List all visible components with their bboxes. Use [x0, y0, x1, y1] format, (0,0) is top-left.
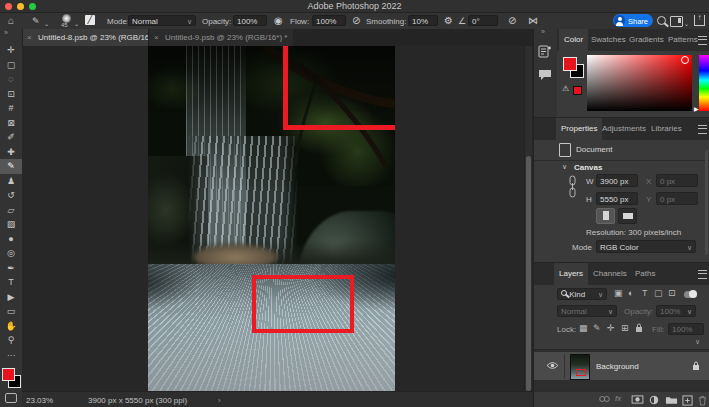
gradient-tool[interactable]: ▨ — [0, 217, 22, 232]
color-mode-select[interactable]: RGB Color∨ — [596, 240, 696, 253]
status-chevron-icon[interactable]: › — [218, 396, 221, 405]
new-group-icon[interactable] — [665, 395, 678, 405]
panel-menu-icon[interactable] — [698, 36, 707, 45]
canvas-section-chevron-icon[interactable]: ∨ — [562, 163, 567, 171]
close-tab-icon[interactable]: × — [154, 29, 159, 46]
filter-pixel-layers-icon[interactable]: ▣ — [614, 288, 623, 298]
object-selection-tool[interactable]: ⊡ — [0, 87, 22, 102]
frame-tool[interactable]: ⊠ — [0, 116, 22, 131]
portrait-orientation-button[interactable] — [596, 208, 615, 224]
crop-tool[interactable]: # — [0, 101, 22, 116]
layer-filtering-toggle[interactable] — [684, 291, 697, 298]
new-layer-icon[interactable] — [682, 395, 693, 406]
tab-channels[interactable]: Channels — [588, 263, 632, 285]
layer-thumbnail[interactable] — [570, 354, 590, 380]
height-field[interactable]: 5550 px — [596, 192, 638, 205]
workspace-switcher-icon[interactable] — [670, 16, 683, 27]
lock-artboard-icon[interactable]: ⊞ — [621, 323, 629, 333]
link-dimensions-icon[interactable] — [569, 174, 576, 200]
gamut-closest-color-swatch[interactable] — [573, 86, 582, 95]
hue-slider-marker[interactable]: ▶ — [694, 105, 699, 112]
quick-mask-icon[interactable] — [5, 393, 17, 403]
lock-pixels-icon[interactable]: ✎ — [593, 323, 601, 333]
smoothing-select[interactable]: 10%∨ — [408, 15, 438, 26]
new-adjustment-layer-icon[interactable] — [649, 395, 659, 405]
layer-fill-select[interactable]: 100%∨ — [668, 323, 704, 335]
blend-mode-select[interactable]: Normal∨ — [128, 15, 196, 26]
symmetry-icon[interactable]: ⋈ — [528, 15, 538, 27]
landscape-orientation-button[interactable] — [618, 208, 637, 224]
foreground-color-swatch[interactable] — [563, 57, 577, 71]
document-canvas-image[interactable] — [148, 46, 395, 391]
airbrush-icon[interactable]: ⊘ — [352, 15, 360, 27]
panel-menu-icon[interactable] — [698, 270, 707, 279]
layer-filter-kind-select[interactable]: Kind∨ — [557, 288, 607, 300]
lock-transparency-icon[interactable]: ▦ — [579, 323, 588, 333]
gamut-warning-icon[interactable]: ⚠ — [562, 84, 569, 93]
tab-layers[interactable]: Layers — [554, 263, 588, 285]
canvas-vertical-scrollbar[interactable] — [524, 46, 532, 391]
tab-properties[interactable]: Properties — [556, 118, 602, 140]
pen-tool[interactable]: ✒ — [0, 261, 22, 276]
path-selection-tool[interactable]: ▶ — [0, 290, 22, 305]
layer-name[interactable]: Background — [596, 362, 639, 371]
comments-panel-icon[interactable] — [538, 69, 553, 82]
link-layers-icon[interactable] — [598, 395, 611, 403]
tab-color[interactable]: Color — [559, 29, 588, 51]
add-layer-mask-icon[interactable] — [631, 395, 644, 404]
brush-angle-field[interactable]: 0° — [468, 15, 498, 26]
layer-opacity-select[interactable]: 100%∨ — [656, 305, 696, 317]
share-button[interactable]: Share — [613, 14, 653, 27]
search-icon[interactable] — [657, 16, 666, 25]
foreground-color-swatch[interactable] — [2, 368, 15, 381]
delete-layer-icon[interactable] — [698, 395, 707, 406]
tab-adjustments[interactable]: Adjustments — [597, 118, 651, 140]
zoom-level-field[interactable]: 23.03% — [26, 396, 53, 405]
document-tab-untitled-8[interactable]: × Untitled-8.psb @ 23% (RGB/16*) * — [22, 29, 166, 46]
spot-healing-tool[interactable]: ✚ — [0, 145, 22, 160]
width-field[interactable]: 3900 px — [596, 174, 638, 187]
tab-gradients[interactable]: Gradients — [624, 29, 669, 51]
filter-shape-layers-icon[interactable]: ▢ — [654, 288, 663, 298]
zoom-tool[interactable]: ⚲ — [0, 333, 22, 348]
pressure-opacity-icon[interactable]: ◉ — [274, 15, 283, 27]
hue-slider[interactable] — [699, 55, 709, 111]
hand-tool[interactable]: ✋ — [0, 319, 22, 334]
history-panel-icon[interactable] — [538, 45, 553, 58]
opacity-select[interactable]: 100%∨ — [233, 15, 267, 26]
current-tool-brush-icon[interactable]: ✎ — [32, 15, 40, 27]
eyedropper-tool[interactable]: ✐ — [0, 130, 22, 145]
x-field[interactable]: 0 px — [656, 174, 698, 187]
eraser-tool[interactable]: ▱ — [0, 203, 22, 218]
panel-scrollbar-thumb[interactable] — [705, 150, 708, 255]
brush-tool[interactable]: ✎ — [0, 159, 22, 174]
canvas-area[interactable] — [22, 46, 533, 391]
lasso-tool[interactable]: ◌ — [0, 72, 22, 87]
marquee-tool[interactable]: ▢ — [0, 58, 22, 73]
pressure-size-icon[interactable]: ⊘ — [508, 15, 516, 27]
layer-effects-icon[interactable]: fx — [615, 394, 621, 403]
blur-tool[interactable]: ● — [0, 232, 22, 247]
tab-patterns[interactable]: Patterns — [663, 29, 703, 51]
filter-type-layers-icon[interactable]: T — [642, 288, 648, 298]
scrollbar-thumb[interactable] — [526, 156, 531, 391]
color-saturation-field[interactable] — [587, 55, 692, 111]
flow-select[interactable]: 100%∨ — [312, 15, 346, 26]
panel-menu-icon[interactable] — [698, 125, 707, 134]
layer-row-background[interactable]: Background — [534, 352, 709, 380]
layer-lock-badge-icon[interactable] — [692, 361, 700, 371]
close-tab-icon[interactable]: × — [27, 29, 32, 46]
color-field-marker[interactable] — [681, 56, 689, 64]
tab-libraries[interactable]: Libraries — [646, 118, 687, 140]
brush-settings-panel-icon[interactable]: ╱ — [85, 15, 95, 25]
canvas-section-label[interactable]: Canvas — [574, 163, 602, 172]
move-tool[interactable]: ✛ — [0, 43, 22, 58]
filter-smart-objects-icon[interactable]: ⊡ — [668, 288, 676, 298]
export-icon[interactable]: ↑ — [694, 15, 705, 26]
filter-adjustment-layers-icon[interactable]: ◐ — [628, 288, 633, 298]
lock-position-icon[interactable]: ✛ — [607, 323, 615, 333]
tab-paths[interactable]: Paths — [630, 263, 660, 285]
dodge-tool[interactable]: ◎ — [0, 246, 22, 261]
lock-all-icon[interactable] — [635, 323, 643, 335]
toolbar-collapse-chevron-icon[interactable]: » — [4, 29, 8, 36]
